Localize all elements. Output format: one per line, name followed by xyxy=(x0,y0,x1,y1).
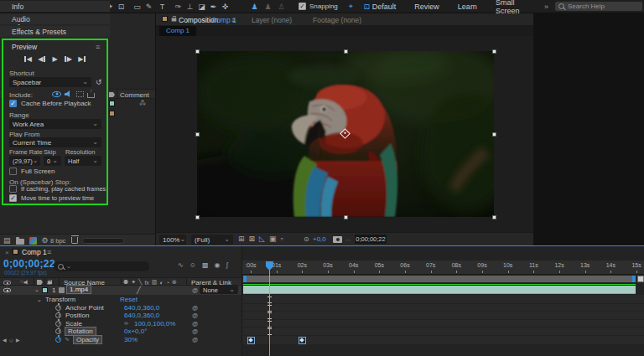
property-row-position[interactable]: Position640,0,360,0@ xyxy=(0,312,242,320)
property-value[interactable]: 640,0,360,0 xyxy=(124,312,159,319)
workspace-tab-review[interactable]: Review xyxy=(414,3,439,11)
stopwatch-icon[interactable] xyxy=(55,312,61,318)
motion-blur-toggle-icon[interactable]: ◉ xyxy=(214,261,220,269)
transform-group-row[interactable]: ⌄ Transform Reset xyxy=(0,296,242,304)
selection-handle[interactable] xyxy=(195,132,200,137)
puppet-pin-tool-icon[interactable]: ✜ xyxy=(220,1,231,12)
snapshot-icon[interactable] xyxy=(333,236,342,243)
stopwatch-icon[interactable] xyxy=(55,328,61,334)
puppet-pin-option-3-icon[interactable]: ♙ xyxy=(276,1,287,12)
property-pickwhip-icon[interactable]: @ xyxy=(192,321,198,327)
preview-title[interactable]: Preview xyxy=(12,43,37,51)
workspace-tab-small-screen[interactable]: Small Screen xyxy=(496,0,527,15)
layer-duration-bar[interactable] xyxy=(243,286,636,294)
tab-layer[interactable]: Layer (none) xyxy=(252,16,292,24)
export-to-adobe-media-encoder-icon[interactable] xyxy=(87,93,95,98)
move-time-checkbox[interactable] xyxy=(9,194,17,202)
property-pickwhip-icon[interactable]: @ xyxy=(192,328,198,334)
panel-header-info[interactable]: Info xyxy=(0,1,110,12)
frame-blend-toggle-icon[interactable]: ▩ xyxy=(202,261,209,269)
shortcut-dropdown[interactable]: Spacebar⌄ xyxy=(9,77,91,87)
label-column-icon[interactable] xyxy=(37,280,43,285)
mask-visibility-icon[interactable]: ▣ xyxy=(269,235,277,243)
eraser-tool-icon[interactable]: ◪ xyxy=(196,1,207,12)
solo-column-icon[interactable]: ○ xyxy=(20,279,23,284)
graph-editor-icon[interactable]: ∫ xyxy=(226,261,227,269)
include-audio-icon[interactable] xyxy=(65,90,73,97)
workspace-tab-default[interactable]: Default xyxy=(372,3,397,11)
property-label[interactable]: Opacity xyxy=(74,336,101,343)
video-column-icon[interactable] xyxy=(3,281,11,286)
first-frame-button[interactable]: ◀ xyxy=(23,54,34,64)
viewer-tab-comp1[interactable]: Comp 1 xyxy=(159,26,196,36)
collapse-column-icon[interactable]: ✦ xyxy=(131,279,136,286)
color-depth-button[interactable]: 8 bpc xyxy=(50,237,65,245)
roto-brush-tool-icon[interactable]: ✒ xyxy=(208,1,219,12)
property-label[interactable]: Position xyxy=(65,312,89,319)
quality-column-icon[interactable]: ╲ xyxy=(138,279,142,286)
snap-to-features-icon[interactable]: ⌖ xyxy=(345,1,356,12)
trash-icon[interactable] xyxy=(71,237,78,244)
stopwatch-icon[interactable] xyxy=(55,337,61,343)
brush-tool-icon[interactable]: ✑ xyxy=(173,1,184,12)
move-time-row[interactable]: Move time to preview time xyxy=(9,194,94,202)
add-keyframe-icon[interactable]: ◇ xyxy=(9,337,13,343)
property-row-anchor-point[interactable]: Anchor Point640,0,360,0@ xyxy=(0,304,242,312)
type-tool-icon[interactable]: T xyxy=(157,1,168,12)
motion-blur-column-icon[interactable]: ◔ xyxy=(166,279,169,286)
item-label-swatch[interactable] xyxy=(109,101,115,106)
layer-expand-chevron-icon[interactable]: ⌄ xyxy=(34,286,39,293)
snapping-toggle[interactable]: Snapping xyxy=(299,3,338,10)
current-timecode[interactable]: 0;00;00;22 xyxy=(3,258,55,270)
property-row-rotation[interactable]: Rotation0x+0,0°@ xyxy=(0,328,242,336)
play-button[interactable]: ▶ xyxy=(49,54,61,64)
property-pickwhip-icon[interactable]: @ xyxy=(192,312,198,318)
magnification-dropdown[interactable]: 100%⌄ xyxy=(159,235,186,245)
preview-resolution-dropdown[interactable]: Half⌄ xyxy=(65,156,101,166)
workspace-overflow-icon[interactable]: » xyxy=(544,3,548,11)
layer-name[interactable]: 1.mp4 xyxy=(67,286,91,293)
next-keyframe-icon[interactable]: ▶ xyxy=(16,337,20,343)
property-label[interactable]: Rotation xyxy=(65,328,96,335)
cache-before-playback-row[interactable]: Cache Before Playback xyxy=(9,100,91,107)
layer-row[interactable]: ⌄ 1 1.mp4 ╱ @ None⌄ xyxy=(0,286,242,295)
close-tab-icon[interactable]: × xyxy=(5,249,9,256)
exposure-value[interactable]: +0,0 xyxy=(313,235,326,243)
label-color-column-icon[interactable] xyxy=(109,92,115,97)
last-frame-button[interactable]: ▶ xyxy=(76,54,88,64)
adjustment-column-icon[interactable]: ▥ xyxy=(152,279,158,286)
property-value[interactable]: 30% xyxy=(124,336,138,343)
link-dimensions-icon[interactable]: ∞ xyxy=(124,320,128,326)
selection-handle[interactable] xyxy=(195,49,200,54)
range-dropdown[interactable]: Work Area⌄ xyxy=(9,119,101,129)
tab-timeline-comp1[interactable]: Comp 1 xyxy=(22,248,47,256)
always-preview-icon[interactable]: ⊞ xyxy=(238,235,245,243)
full-screen-row[interactable]: Full Screen xyxy=(9,168,55,175)
region-of-interest-icon[interactable]: ▫ xyxy=(281,235,283,243)
work-area-bar[interactable] xyxy=(243,276,636,282)
property-value[interactable]: 0x+0,0° xyxy=(124,328,147,335)
selection-handle[interactable] xyxy=(492,49,496,54)
pan-behind-tool-icon[interactable]: ⊡ xyxy=(116,1,127,12)
stopwatch-icon[interactable] xyxy=(55,305,61,311)
transform-reset-link[interactable]: Reset xyxy=(120,296,138,303)
previous-frame-button[interactable]: ◀ xyxy=(36,54,48,64)
stopwatch-icon[interactable] xyxy=(55,321,61,327)
project-settings-icon[interactable]: ⚙ xyxy=(42,236,49,245)
timeline-search-input[interactable]: ⌄ xyxy=(54,261,149,271)
viewer-area[interactable] xyxy=(156,36,533,232)
transform-label[interactable]: Transform xyxy=(45,296,75,303)
resolution-dropdown[interactable]: (Full)⌄ xyxy=(191,235,233,245)
property-pickwhip-icon[interactable]: @ xyxy=(192,305,198,311)
workspace-tab-learn[interactable]: Learn xyxy=(458,3,477,11)
item-label-swatch[interactable] xyxy=(109,111,115,116)
comp-marker-bin-icon[interactable] xyxy=(637,276,644,282)
snapping-checkbox[interactable] xyxy=(299,3,306,10)
selection-handle[interactable] xyxy=(492,132,496,137)
panel-header-effects-presets[interactable]: Effects & Presets xyxy=(0,26,110,37)
include-overlays-icon[interactable] xyxy=(76,91,84,97)
property-value[interactable]: 640,0,360,0 xyxy=(124,304,159,312)
composition-panel-menu-icon[interactable]: ≡ xyxy=(231,16,236,24)
fx-column-icon[interactable]: fx xyxy=(144,279,148,286)
play-from-dropdown[interactable]: Current Time⌄ xyxy=(9,137,101,147)
